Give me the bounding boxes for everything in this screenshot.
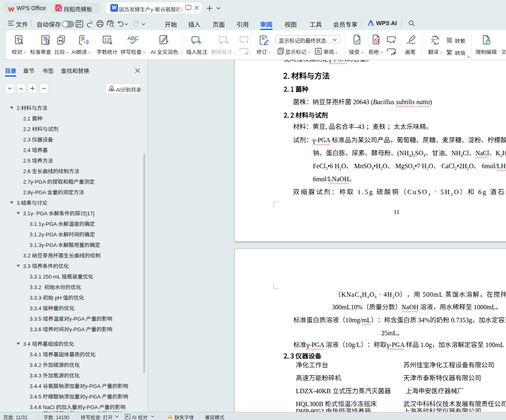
svg-text:AI: AI [59,8,61,11]
svg-text:ABC: ABC [127,35,139,41]
svg-text:12: 12 [104,37,110,43]
svg-text:文: 文 [431,37,435,43]
svg-text:A: A [436,36,439,41]
